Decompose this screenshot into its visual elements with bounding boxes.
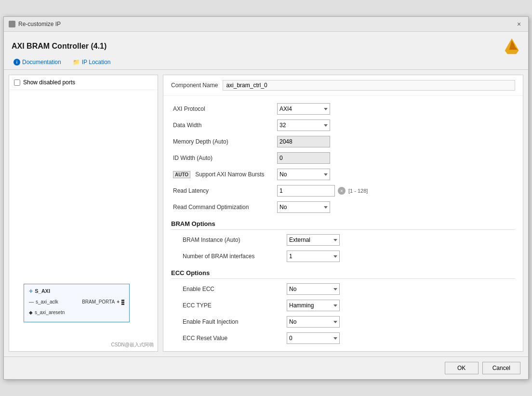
bram-instance-select[interactable]: External Internal (287, 234, 340, 246)
settings-row-fault-injection: Enable Fault Injection No Yes (171, 314, 515, 330)
ecc-type-control: Hamming SEC_DED (287, 300, 340, 311)
settings-scroll: AXI Protocol AXI4 AXI4-Lite Data Width 3… (163, 96, 523, 351)
bus-bar-3 (121, 304, 124, 305)
settings-row-read-cmd-opt: Read Command Optimization No Yes (171, 199, 515, 215)
bus-bars (121, 300, 124, 305)
read-latency-hint: [1 - 128] (348, 188, 368, 194)
port-row-aclk: — s_axi_aclk BRAM_PORTA + (29, 298, 124, 306)
narrow-bursts-label: AUTO Support AXI Narrow Bursts (171, 171, 277, 178)
left-panel-top: Show disabled ports (9, 75, 158, 90)
bram-options-header: BRAM Options (171, 215, 515, 230)
diagram-area: + S_AXI — s_axi_aclk BRAM_PORTA (9, 90, 158, 351)
cancel-button[interactable]: Cancel (482, 362, 520, 374)
component-name-row: Component Name (163, 75, 523, 96)
memory-depth-label: Memory Depth (Auto) (171, 138, 277, 145)
read-cmd-opt-label: Read Command Optimization (171, 204, 277, 211)
bram-interfaces-select[interactable]: 1 2 (287, 251, 340, 262)
settings-row-bram-interfaces: Number of BRAM interfaces 1 2 (171, 248, 515, 264)
bram-interfaces-label: Number of BRAM interfaces (181, 253, 287, 260)
enable-ecc-label: Enable ECC (181, 286, 287, 292)
block-title: + S_AXI (29, 287, 124, 295)
block-box: + S_AXI — s_axi_aclk BRAM_PORTA (24, 284, 130, 322)
main-content: Show disabled ports + S_AXI — (4, 70, 528, 356)
toolbar: i Documentation 📁 IP Location (4, 55, 528, 70)
settings-row-data-width: Data Width 32 64 128 256 512 (171, 117, 515, 133)
ecc-reset-label: ECC Reset Value (181, 335, 287, 342)
port-right-bram: BRAM_PORTA + (82, 298, 124, 306)
axi-protocol-select[interactable]: AXI4 AXI4-Lite (277, 103, 330, 115)
block-diagram: + S_AXI — s_axi_aclk BRAM_PORTA (24, 284, 130, 322)
ip-location-button[interactable]: 📁 IP Location (71, 58, 113, 66)
block-title-text: S_AXI (35, 288, 50, 294)
read-latency-label: Read Latency (171, 187, 277, 194)
block-ports: — s_axi_aclk BRAM_PORTA + (29, 298, 124, 317)
port-row-aresetn: ◆ s_axi_aresetn (29, 308, 124, 317)
component-name-input[interactable] (223, 80, 515, 91)
port-left-aclk: — s_axi_aclk (29, 298, 58, 306)
settings-row-ecc-type: ECC TYPE Hamming SEC_DED (171, 297, 515, 314)
title-bar: Re-customize IP × (4, 17, 528, 32)
ecc-reset-select[interactable]: 0 (287, 332, 340, 344)
settings-row-narrow-bursts: AUTO Support AXI Narrow Bursts No Yes (171, 166, 515, 183)
data-width-control: 32 64 128 256 512 (277, 119, 330, 131)
watermark: CSDN@嵌入式阿萌 (111, 342, 154, 348)
show-disabled-ports-label[interactable]: Show disabled ports (14, 79, 153, 86)
bus-bar-1 (121, 300, 124, 301)
id-width-select[interactable]: 0 1 2 4 (277, 152, 330, 164)
axi-protocol-control: AXI4 AXI4-Lite (277, 103, 330, 115)
plus-bram: + (117, 298, 120, 306)
data-width-label: Data Width (171, 122, 277, 129)
left-panel: Show disabled ports + S_AXI — (9, 75, 158, 352)
close-button[interactable]: × (515, 20, 523, 28)
title-bar-left: Re-customize IP (9, 21, 61, 27)
memory-depth-control: 2048 512 1024 4096 8192 (277, 136, 330, 147)
id-width-control: 0 1 2 4 (277, 152, 330, 164)
settings-row-ecc-reset: ECC Reset Value 0 (171, 330, 515, 346)
show-disabled-ports-checkbox[interactable] (14, 79, 20, 86)
page-title: AXI BRAM Controller (4.1) (12, 42, 106, 51)
ip-location-label: IP Location (82, 59, 111, 66)
bus-bar-2 (121, 302, 124, 303)
ecc-type-label: ECC TYPE (181, 302, 287, 309)
block-title-plus: + (29, 287, 33, 295)
enable-ecc-control: No Yes (287, 283, 340, 295)
read-cmd-opt-select[interactable]: No Yes (277, 201, 330, 213)
ecc-type-select[interactable]: Hamming SEC_DED (287, 300, 340, 311)
data-width-select[interactable]: 32 64 128 256 512 (277, 119, 330, 131)
component-name-label: Component Name (171, 82, 218, 89)
documentation-label: Documentation (22, 59, 61, 66)
port-aresetn-label: s_axi_aresetn (35, 308, 65, 317)
right-panel: Component Name AXI Protocol AXI4 AXI4-Li… (163, 75, 523, 352)
bram-instance-label: BRAM Instance (Auto) (181, 237, 287, 243)
read-latency-input[interactable] (277, 185, 335, 197)
narrow-bursts-select[interactable]: No Yes (277, 169, 330, 180)
read-latency-clear-button[interactable]: × (338, 187, 346, 195)
fault-injection-control: No Yes (287, 316, 340, 328)
settings-row-bram-instance: BRAM Instance (Auto) External Internal (171, 232, 515, 248)
settings-row-enable-ecc: Enable ECC No Yes (171, 281, 515, 297)
info-icon: i (13, 59, 20, 66)
dialog-icon (9, 21, 15, 27)
footer: OK Cancel (4, 356, 528, 379)
enable-ecc-select[interactable]: No Yes (287, 283, 340, 295)
port-left-aresetn: ◆ s_axi_aresetn (29, 308, 65, 317)
fault-injection-select[interactable]: No Yes (287, 316, 340, 328)
settings-row-id-width: ID Width (Auto) 0 1 2 4 (171, 150, 515, 166)
id-width-label: ID Width (Auto) (171, 155, 277, 161)
read-cmd-opt-control: No Yes (277, 201, 330, 213)
port-aclk-label: s_axi_aclk (36, 298, 58, 306)
axi-protocol-label: AXI Protocol (171, 106, 277, 112)
ecc-reset-control: 0 (287, 332, 340, 344)
documentation-button[interactable]: i Documentation (12, 58, 63, 66)
settings-row-memory-depth: Memory Depth (Auto) 2048 512 1024 4096 8… (171, 133, 515, 150)
port-brama-label: BRAM_PORTA (82, 298, 115, 306)
ok-button[interactable]: OK (445, 362, 479, 374)
narrow-bursts-control: No Yes (277, 169, 330, 180)
memory-depth-select[interactable]: 2048 512 1024 4096 8192 (277, 136, 330, 147)
read-latency-control: × [1 - 128] (277, 185, 368, 197)
folder-icon: 📁 (73, 59, 80, 66)
header: AXI BRAM Controller (4.1) (4, 32, 528, 55)
xilinx-logo (503, 38, 520, 55)
bram-instance-control: External Internal (287, 234, 340, 246)
bram-interfaces-control: 1 2 (287, 251, 340, 262)
